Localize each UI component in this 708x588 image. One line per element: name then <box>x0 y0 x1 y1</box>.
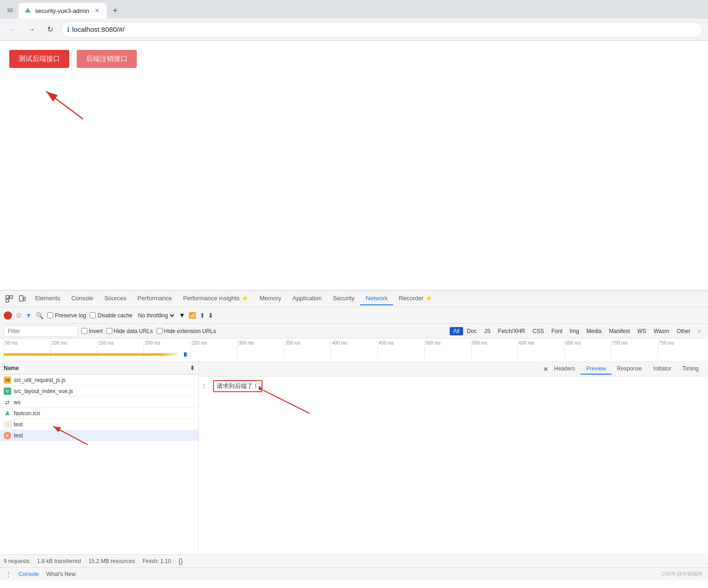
file-item-test-selected[interactable]: ⊕ test <box>0 430 198 441</box>
filter-media[interactable]: Media <box>583 327 605 335</box>
devtools-tabs: Elements Console Sources Performance Per… <box>30 292 438 305</box>
wifi-icon[interactable]: 📶 <box>189 312 196 319</box>
tick-650ms: 650 ms <box>564 340 611 359</box>
file-item-layout-vue[interactable]: V src_layout_index_vue.js <box>0 386 198 397</box>
filter-input[interactable] <box>4 326 78 337</box>
devtools-tab-bar: Elements Console Sources Performance Per… <box>0 291 708 307</box>
disable-cache-checkbox[interactable]: Disable cache <box>90 312 132 319</box>
new-tab-button[interactable]: + <box>109 4 122 17</box>
file-list-header: Name ⇕ <box>0 362 198 375</box>
resize-handle[interactable]: ⇕ <box>190 365 195 371</box>
vue-icon: V <box>4 388 11 395</box>
filter-js[interactable]: JS <box>481 327 494 335</box>
filter-all[interactable]: All <box>450 327 463 335</box>
filter-icon[interactable]: ▼ <box>25 312 32 319</box>
filter-doc[interactable]: Doc <box>463 327 480 335</box>
device-toolbar-button[interactable] <box>17 293 28 304</box>
detail-tab-response[interactable]: Response <box>611 364 647 375</box>
tab-sources[interactable]: Sources <box>99 292 132 305</box>
js-icon: JS <box>4 376 11 384</box>
file-item-ws[interactable]: ⇄ ws <box>0 397 198 408</box>
filter-wasm[interactable]: Wasm <box>650 327 673 335</box>
lock-icon: ℹ <box>67 26 69 33</box>
hide-extension-urls-checkbox[interactable]: Hide extension URLs <box>157 328 216 334</box>
json-format-button[interactable]: {} <box>178 558 183 565</box>
file-name-layout-vue: src_layout_index_vue.js <box>14 388 73 394</box>
bottom-console-tab[interactable]: Console <box>18 571 39 577</box>
tick-50ms: 50 ms <box>4 340 50 359</box>
tab-security[interactable]: Security <box>327 292 360 305</box>
timeline-section: 50 ms 100 ms 150 ms 200 ms 250 ms 300 ms… <box>0 339 708 362</box>
tab-recorder[interactable]: Recorder ⚡ <box>393 292 438 305</box>
preserve-log-input[interactable] <box>47 312 53 318</box>
detail-tab-headers[interactable]: Headers <box>549 364 580 375</box>
active-tab[interactable]: security-vue3-admin ✕ <box>18 3 107 18</box>
reload-button[interactable]: ↻ <box>43 22 57 37</box>
tab-console[interactable]: Console <box>66 292 99 305</box>
search-icon[interactable]: 🔍 <box>36 312 43 319</box>
bottom-whats-new-tab[interactable]: What's New <box>46 571 76 577</box>
bottom-ellipsis[interactable]: ⋮ <box>6 571 11 577</box>
api-icon: □ <box>4 421 11 428</box>
file-name-favicon: favicon.ico <box>14 410 40 417</box>
filter-css[interactable]: CSS <box>529 327 548 335</box>
hide-data-urls-checkbox[interactable]: Hide data URLs <box>106 328 153 334</box>
download-icon[interactable]: ⬇ <box>208 312 214 319</box>
tab-performance-insights[interactable]: Performance insights ⚡ <box>177 292 254 305</box>
detail-tab-initiator[interactable]: Initiator <box>647 364 677 375</box>
ws-icon: ⇄ <box>4 399 11 406</box>
tab-elements[interactable]: Elements <box>30 292 66 305</box>
tick-700ms: 700 ms <box>611 340 658 359</box>
file-item-test[interactable]: □ test <box>0 419 198 430</box>
filter-font[interactable]: Font <box>548 327 566 335</box>
back-button[interactable]: ← <box>6 22 20 37</box>
filter-manifest[interactable]: Manifest <box>605 327 634 335</box>
inspect-element-button[interactable] <box>4 293 15 304</box>
detail-tab-timing[interactable]: Timing <box>677 364 704 375</box>
status-bar: 9 requests 1.8 kB transferred 15.2 MB re… <box>0 554 708 567</box>
devtools-panel: Elements Console Sources Performance Per… <box>0 290 708 567</box>
ico-icon <box>4 410 11 417</box>
tick-400ms: 400 ms <box>330 340 377 359</box>
file-item-favicon[interactable]: favicon.ico <box>0 408 198 419</box>
bottom-bar: ⋮ Console What's New CSDN @许锅锅阿 <box>0 567 708 580</box>
preserve-log-checkbox[interactable]: Preserve log <box>47 312 86 319</box>
file-item-request-js[interactable]: JS src_util_request_js.js <box>0 375 198 386</box>
tab-list-button[interactable] <box>4 4 17 17</box>
annotation-arrow <box>37 87 92 125</box>
api-sel-icon: ⊕ <box>4 432 11 439</box>
tab-network[interactable]: Network <box>360 292 393 305</box>
tab-performance[interactable]: Performance <box>132 292 177 305</box>
file-name-request-js: src_util_request_js.js <box>14 377 66 383</box>
page-content: 测试后端接口 后端注销接口 <box>0 41 708 290</box>
forward-button[interactable]: → <box>24 22 39 37</box>
filter-more[interactable]: □ <box>694 327 704 335</box>
tick-550ms: 550 ms <box>471 340 518 359</box>
tab-favicon <box>24 7 31 14</box>
logout-api-button[interactable]: 后端注销接口 <box>77 50 137 68</box>
tab-application[interactable]: Application <box>287 292 328 305</box>
detail-tab-preview[interactable]: Preview <box>580 364 611 375</box>
filter-other[interactable]: Other <box>673 327 694 335</box>
throttle-select[interactable]: No throttling <box>136 312 176 319</box>
stop-icon[interactable]: ⊘ <box>16 311 22 320</box>
filter-fetch-xhr[interactable]: Fetch/XHR <box>494 327 529 335</box>
test-api-button[interactable]: 测试后端接口 <box>9 50 69 68</box>
svg-line-2 <box>46 91 83 119</box>
watermark: CSDN @许锅锅阿 <box>661 570 702 577</box>
filter-ws[interactable]: WS <box>634 327 650 335</box>
upload-icon[interactable]: ⬆ <box>200 312 205 319</box>
invert-checkbox[interactable]: Invert <box>81 328 103 334</box>
close-detail-button[interactable]: ✕ <box>543 365 549 373</box>
url-bar[interactable]: ℹ localhost:8080/#/ <box>61 22 702 37</box>
disable-cache-input[interactable] <box>90 312 96 318</box>
record-button[interactable] <box>4 311 12 320</box>
timeline-blue-marker <box>185 352 187 357</box>
tab-memory[interactable]: Memory <box>254 292 287 305</box>
tick-500ms: 500 ms <box>424 340 471 359</box>
tick-100ms: 100 ms <box>50 340 97 359</box>
filter-img[interactable]: Img <box>566 327 583 335</box>
tab-close-button[interactable]: ✕ <box>93 6 101 15</box>
address-bar: ← → ↻ ℹ localhost:8080/#/ <box>0 18 708 41</box>
response-text: 请求到后端了！ <box>213 380 262 392</box>
